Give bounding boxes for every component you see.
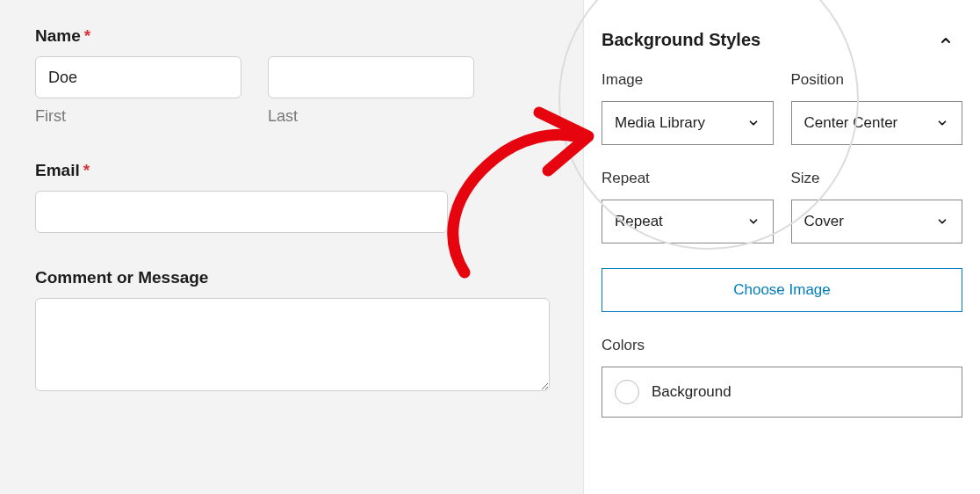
repeat-setting: Repeat Repeat xyxy=(602,170,774,243)
last-name-input[interactable] xyxy=(268,56,474,98)
chevron-down-icon xyxy=(935,214,949,229)
size-dropdown[interactable]: Cover xyxy=(791,200,963,243)
comment-label: Comment or Message xyxy=(35,268,548,287)
email-input[interactable] xyxy=(35,191,448,233)
choose-image-button[interactable]: Choose Image xyxy=(602,268,962,312)
position-dropdown-value: Center Center xyxy=(804,114,898,132)
form-pane: Name * First Last Email * Comment or Mes… xyxy=(0,0,583,494)
position-label: Position xyxy=(791,71,963,89)
last-name-sublabel: Last xyxy=(268,107,474,126)
first-name-input[interactable] xyxy=(35,56,241,98)
choose-image-label: Choose Image xyxy=(733,281,831,299)
repeat-dropdown-value: Repeat xyxy=(615,213,663,230)
position-dropdown[interactable]: Center Center xyxy=(791,101,963,145)
required-asterisk: * xyxy=(83,161,90,180)
background-color-label: Background xyxy=(652,383,731,401)
name-field: Name * First Last xyxy=(35,26,548,126)
name-label-text: Name xyxy=(35,26,81,46)
styles-sidebar: Background Styles Image Media Library Po… xyxy=(583,0,980,494)
first-name-col: First xyxy=(35,56,241,126)
chevron-up-icon xyxy=(938,33,954,48)
comment-field: Comment or Message xyxy=(35,268,548,395)
image-label: Image xyxy=(602,71,774,89)
image-setting: Image Media Library xyxy=(602,71,774,145)
background-color-item[interactable]: Background xyxy=(602,367,962,418)
row-repeat-size: Repeat Repeat Size Cover xyxy=(602,170,962,243)
panel-header[interactable]: Background Styles xyxy=(584,0,980,71)
comment-textarea[interactable] xyxy=(35,298,550,391)
email-field: Email * xyxy=(35,161,548,233)
panel-body: Image Media Library Position Center Cent… xyxy=(584,71,980,418)
repeat-dropdown[interactable]: Repeat xyxy=(602,200,774,243)
first-name-sublabel: First xyxy=(35,107,241,126)
image-dropdown-value: Media Library xyxy=(615,114,705,132)
position-setting: Position Center Center xyxy=(791,71,963,145)
email-label-text: Email xyxy=(35,161,80,180)
size-setting: Size Cover xyxy=(791,170,963,243)
last-name-col: Last xyxy=(268,56,474,126)
required-asterisk: * xyxy=(84,26,90,46)
chevron-down-icon xyxy=(746,116,760,130)
color-swatch-icon xyxy=(615,380,639,404)
chevron-down-icon xyxy=(935,116,949,130)
panel-title: Background Styles xyxy=(602,30,760,50)
email-label: Email * xyxy=(35,161,548,180)
size-label: Size xyxy=(791,170,963,187)
row-image-position: Image Media Library Position Center Cent… xyxy=(602,71,962,145)
name-label: Name * xyxy=(35,26,548,46)
colors-label: Colors xyxy=(602,337,962,354)
image-dropdown[interactable]: Media Library xyxy=(602,101,774,145)
size-dropdown-value: Cover xyxy=(804,213,844,230)
repeat-label: Repeat xyxy=(602,170,774,187)
chevron-down-icon xyxy=(746,214,760,229)
name-row: First Last xyxy=(35,56,548,126)
